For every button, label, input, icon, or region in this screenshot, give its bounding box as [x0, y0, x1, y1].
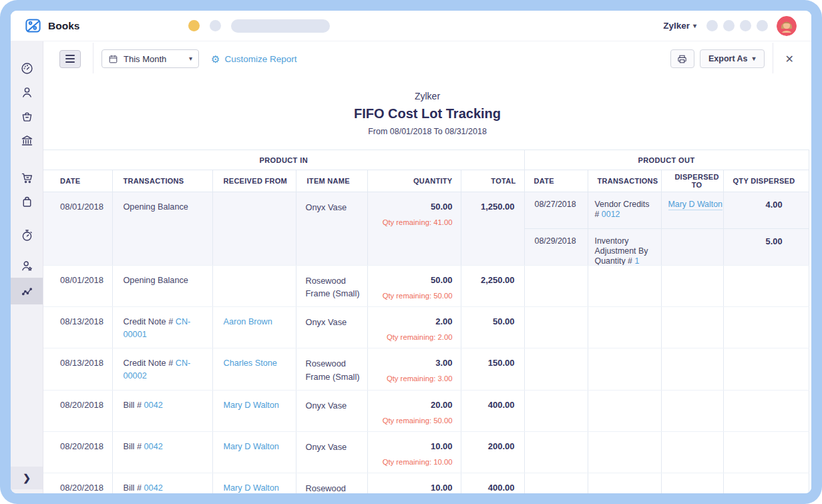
printer-icon: [676, 53, 688, 65]
books-logo-icon: [24, 17, 42, 35]
cell-quantity: 2.00Qty remaining: 2.00: [367, 307, 461, 348]
cell-total: 400.00: [461, 390, 524, 431]
cell-product-out: 08/27/2018 Vendor Credits # 0012 Mary D …: [524, 192, 809, 266]
expand-sidebar-button[interactable]: ❯: [11, 467, 43, 489]
org-selector[interactable]: Zylker ▾: [663, 21, 696, 31]
out-cell-date: [525, 348, 588, 389]
cell-date: 08/13/2018: [43, 307, 112, 348]
topbar-icon-button-3[interactable]: [740, 20, 751, 31]
product-out-columns: DATETRANSACTIONSDISPERSED TOQTY DISPERSE…: [524, 170, 809, 192]
product-in-group-header: PRODUCT IN: [43, 150, 524, 170]
sidebar-item-reports[interactable]: [11, 278, 43, 304]
product-out-entry: [525, 432, 809, 473]
cell-received-from: Mary D Walton: [212, 390, 296, 431]
cart-icon: [20, 171, 34, 185]
cell-date: 08/01/2018: [43, 266, 112, 307]
cell-item-name: Onyx Vase: [296, 390, 367, 431]
received-from-link[interactable]: Mary D Walton: [224, 483, 279, 493]
sidebar-item-items[interactable]: [11, 104, 43, 128]
report-table-wrap: PRODUCT IN PRODUCT OUT DATETRANSACTIONSR…: [43, 150, 811, 493]
transaction-link[interactable]: 1: [634, 256, 639, 265]
column-header-date: DATE: [43, 170, 112, 192]
sidebar-item-time-tracking[interactable]: [11, 223, 43, 247]
toolbar-divider: [93, 43, 93, 73]
cell-received-from: Aaron Brown: [212, 307, 296, 348]
cell-transaction: Opening Balance: [112, 192, 212, 266]
transaction-link[interactable]: CN-00002: [124, 358, 191, 380]
topbar-yellow-dot-icon[interactable]: [188, 20, 200, 31]
toolbar-right-group: Export As ▾ ✕: [670, 49, 798, 68]
sidebar-item-contacts[interactable]: [11, 80, 43, 104]
app-logo[interactable]: Books: [24, 17, 79, 35]
table-row: 08/01/2018 Opening Balance Rosewood Fram…: [43, 266, 809, 307]
cell-transaction: Credit Note # CN-00002: [112, 348, 212, 390]
dispersed-to-link[interactable]: Mary D Walton: [668, 200, 723, 210]
close-report-button[interactable]: ✕: [781, 51, 798, 67]
topbar-gray-dot-icon[interactable]: [210, 20, 221, 31]
transaction-link[interactable]: 0042: [144, 483, 163, 493]
out-cell-qty-dispersed: [724, 432, 809, 473]
product-out-entry: 08/29/2018 Inventory Adjustment By Quant…: [525, 228, 809, 265]
topbar-icon-button-2[interactable]: [723, 20, 735, 31]
stopwatch-icon: [20, 228, 34, 242]
out-cell-dispersed-to: [662, 266, 724, 306]
qty-remaining: Qty remaining: 50.00: [379, 290, 453, 301]
reports-menu-button[interactable]: [59, 50, 81, 68]
out-cell-dispersed-to: [662, 391, 724, 431]
print-button[interactable]: [670, 49, 694, 68]
sidebar-item-accountant[interactable]: [11, 254, 43, 278]
received-from-link[interactable]: Charles Stone: [224, 358, 277, 368]
out-cell-qty-dispersed: [724, 348, 809, 389]
contacts-icon: [20, 85, 34, 99]
qty-remaining: Qty remaining: 2.00: [379, 332, 453, 342]
cell-quantity: 3.00Qty remaining: 3.00: [367, 348, 461, 390]
topbar-icon-button-4[interactable]: [757, 20, 768, 31]
sidebar-item-dashboard[interactable]: [11, 56, 43, 80]
out-cell-dispersed-to: [662, 432, 724, 473]
out-cell-transaction: [588, 307, 662, 348]
bag-icon: [20, 195, 34, 209]
cell-quantity: 10.00Qty remaining: 10.00: [367, 473, 461, 493]
sidebar-item-banking[interactable]: [11, 128, 43, 152]
transaction-link[interactable]: CN-00001: [124, 317, 191, 338]
cell-received-from: Charles Stone: [212, 348, 296, 390]
qty-remaining: Qty remaining: 3.00: [379, 373, 453, 384]
user-avatar[interactable]: [777, 16, 797, 36]
app-name: Books: [48, 20, 79, 32]
customize-report-link[interactable]: ⚙ Customize Report: [211, 54, 297, 64]
cell-item-name: Onyx Vase: [296, 431, 367, 473]
cell-quantity: 50.00Qty remaining: 41.00: [367, 192, 461, 266]
out-cell-transaction: Inventory Adjustment By Quantity # 1: [588, 229, 662, 265]
product-out-group-header: PRODUCT OUT: [524, 150, 809, 170]
cell-product-out: [524, 431, 809, 473]
date-range-select[interactable]: This Month ▾: [101, 49, 199, 68]
transaction-link[interactable]: 0042: [144, 401, 163, 410]
date-range-value: This Month: [124, 54, 166, 64]
transaction-link[interactable]: 0012: [602, 210, 620, 219]
out-cell-dispersed-to: Mary D Walton: [662, 192, 724, 228]
sidebar-item-purchases[interactable]: [11, 190, 43, 214]
search-pill[interactable]: [231, 19, 330, 33]
out-cell-transaction: [588, 391, 662, 431]
cell-transaction: Bill # 0042: [112, 473, 212, 493]
avatar-image: [777, 16, 797, 36]
out-cell-transaction: [588, 432, 662, 473]
cell-product-out: [524, 473, 809, 493]
topbar-icon-button-1[interactable]: [706, 20, 718, 31]
cell-item-name: Onyx Vase: [296, 307, 367, 348]
out-cell-qty-dispersed: [724, 307, 809, 348]
export-as-label: Export As: [708, 54, 748, 63]
cell-product-out: [524, 348, 809, 390]
calendar-icon: [108, 54, 118, 64]
received-from-link[interactable]: Mary D Walton: [224, 442, 279, 451]
cell-total: 400.00: [461, 473, 524, 493]
sidebar-item-sales[interactable]: [11, 166, 43, 190]
export-as-button[interactable]: Export As ▾: [700, 49, 765, 68]
received-from-link[interactable]: Mary D Walton: [224, 401, 279, 410]
out-cell-qty-dispersed: [724, 391, 809, 431]
out-cell-date: 08/29/2018: [525, 229, 588, 265]
cell-date: 08/01/2018: [43, 192, 112, 266]
transaction-link[interactable]: 0042: [144, 442, 163, 451]
accountant-icon: [20, 259, 34, 273]
received-from-link[interactable]: Aaron Brown: [224, 317, 272, 326]
